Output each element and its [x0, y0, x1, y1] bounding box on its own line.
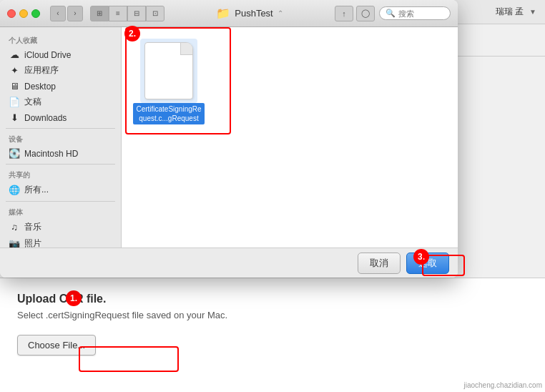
sidebar-label-shared: 所有... — [24, 184, 49, 196]
annotation-1: 1. — [66, 290, 82, 306]
file-icon-shape — [144, 42, 193, 99]
forward-icon: › — [74, 9, 76, 17]
view-list-button[interactable]: ≡ — [109, 6, 127, 21]
sidebar-item-photos[interactable]: 📷 照片 — [0, 235, 121, 248]
sidebar-label-icloud: iCloud Drive — [24, 50, 71, 60]
sidebar-label-music: 音乐 — [24, 221, 41, 233]
sidebar-item-desktop[interactable]: 🖥 Desktop — [0, 79, 121, 94]
upload-subtitle: Select .certSigningRequest file saved on… — [17, 310, 528, 320]
finder-bottom-bar: 取消 选取 — [0, 248, 458, 278]
hd-icon: 💽 — [9, 148, 20, 159]
sidebar-section-media: 媒体 — [0, 205, 121, 219]
finder-dialog: ‹ › ⊞ ≡ ⊟ ⊡ 📁 PushTest ⌃ ↑ ◯ 🔍 — [0, 0, 458, 278]
forward-button[interactable]: › — [67, 6, 83, 21]
close-traffic-light[interactable] — [7, 9, 16, 18]
finder-toolbar: ‹ › ⊞ ≡ ⊟ ⊡ 📁 PushTest ⌃ ↑ ◯ 🔍 — [0, 0, 458, 27]
downloads-icon: ⬇ — [9, 112, 20, 123]
sidebar-label-downloads: Downloads — [24, 113, 67, 123]
sidebar-item-music[interactable]: ♫ 音乐 — [0, 219, 121, 235]
finder-cancel-button[interactable]: 取消 — [358, 253, 401, 274]
upload-section: Upload CSR file. Select .certSigningRequ… — [0, 278, 545, 392]
sidebar-label-photos: 照片 — [24, 237, 41, 248]
file-item-csr[interactable]: CertificateSigningRequest.c...gRequest — [133, 39, 205, 124]
sidebar-item-shared-all[interactable]: 🌐 所有... — [0, 182, 121, 198]
sidebar-section-devices: 设备 — [0, 132, 121, 146]
view-column-button[interactable]: ⊟ — [127, 6, 146, 21]
annotation-3: 3. — [413, 249, 429, 265]
back-icon: ‹ — [57, 9, 59, 17]
sidebar-item-apps[interactable]: ✦ 应用程序 — [0, 62, 121, 79]
file-grid: CertificateSigningRequest.c...gRequest — [133, 39, 446, 124]
traffic-lights — [7, 9, 40, 18]
shared-icon: 🌐 — [9, 185, 20, 195]
finder-sidebar: 个人收藏 ☁ iCloud Drive ✦ 应用程序 🖥 Desktop 📄 文… — [0, 27, 122, 248]
sidebar-label-apps: 应用程序 — [24, 64, 59, 77]
view-icon-button[interactable]: ⊞ — [90, 6, 109, 21]
tag-button[interactable]: ◯ — [356, 6, 375, 21]
sidebar-section-shared: 共享的 — [0, 167, 121, 182]
file-name-csr: CertificateSigningRequest.c...gRequest — [133, 103, 205, 124]
desktop-icon: 🖥 — [9, 81, 20, 92]
user-name: 瑞瑞 孟 — [496, 6, 524, 18]
share-button[interactable]: ↑ — [335, 6, 353, 21]
photos-icon: 📷 — [9, 238, 20, 248]
sidebar-section-favorites: 个人收藏 — [0, 33, 121, 47]
back-button[interactable]: ‹ — [50, 6, 66, 21]
sidebar-label-desktop: Desktop — [24, 82, 56, 92]
folder-name-container: 📁 PushTest ⌃ — [216, 6, 283, 20]
sidebar-item-downloads[interactable]: ⬇ Downloads — [0, 110, 121, 125]
share-buttons: ↑ ◯ — [335, 6, 375, 21]
upload-title: Upload CSR file. — [17, 293, 528, 305]
view-buttons: ⊞ ≡ ⊟ ⊡ — [90, 6, 165, 21]
finder-content[interactable]: CertificateSigningRequest.c...gRequest — [122, 27, 458, 248]
apps-icon: ✦ — [9, 65, 20, 76]
sidebar-item-macintoshhd[interactable]: 💽 Macintosh HD — [0, 146, 121, 161]
user-dropdown-icon[interactable]: ▼ — [529, 8, 536, 16]
sidebar-label-hd: Macintosh HD — [24, 149, 78, 159]
icloud-icon: ☁ — [9, 49, 20, 60]
documents-icon: 📄 — [9, 97, 20, 107]
nav-buttons: ‹ › — [50, 6, 83, 21]
minimize-traffic-light[interactable] — [19, 9, 28, 18]
sidebar-label-documents: 文稿 — [24, 96, 41, 108]
sidebar-item-documents[interactable]: 📄 文稿 — [0, 94, 121, 110]
sidebar-divider-2 — [6, 164, 115, 165]
music-icon: ♫ — [9, 222, 20, 232]
watermark: jiaocheng.chazidian.com — [463, 381, 542, 389]
search-input[interactable] — [398, 9, 448, 18]
search-box[interactable]: 🔍 — [379, 6, 451, 20]
sidebar-divider-3 — [6, 201, 115, 202]
folder-icon: 📁 — [216, 6, 230, 20]
view-cover-button[interactable]: ⊡ — [146, 6, 165, 21]
search-icon: 🔍 — [386, 9, 396, 18]
sidebar-divider-1 — [6, 128, 115, 129]
choose-file-button[interactable]: Choose File... — [17, 335, 96, 356]
folder-name-label: PushTest — [235, 8, 272, 19]
maximize-traffic-light[interactable] — [31, 9, 40, 18]
finder-body: 个人收藏 ☁ iCloud Drive ✦ 应用程序 🖥 Desktop 📄 文… — [0, 27, 458, 248]
file-icon-container — [140, 39, 197, 103]
sidebar-item-icloud[interactable]: ☁ iCloud Drive — [0, 47, 121, 62]
annotation-2: 2. — [124, 26, 140, 41]
folder-dropdown-icon[interactable]: ⌃ — [278, 9, 283, 17]
